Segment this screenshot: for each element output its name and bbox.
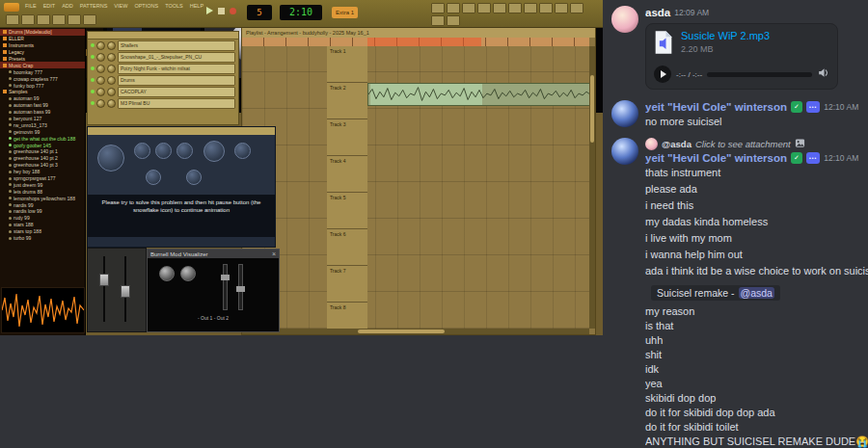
channel-row[interactable]: Snowshape_01_-_Strepulser_PN_CU [88, 51, 238, 63]
browser-item[interactable]: turbo 99 [0, 235, 85, 242]
fl-playlist-window[interactable]: Playlist - Arrangement - buddyholly - 20… [241, 27, 596, 335]
user-mention[interactable]: @asda [739, 287, 774, 299]
channel-name[interactable]: CACOPLAY [118, 87, 235, 97]
track-header[interactable]: Track 7 [327, 266, 367, 303]
browser-item[interactable]: lets drums 88 [0, 188, 85, 195]
plugin-titlebar[interactable] [88, 127, 275, 135]
browser-item[interactable]: greenhouse 140 pt 3 [0, 162, 85, 169]
fl-menu-item[interactable]: ADD [62, 3, 73, 9]
viz-knob[interactable] [180, 266, 196, 281]
playlist-hscrollbar[interactable] [242, 329, 589, 334]
browser-item[interactable]: Legacy [0, 49, 85, 56]
fl-menu-item[interactable]: FILE [25, 3, 37, 9]
plugin-knob[interactable] [234, 143, 251, 159]
playlist-vscrollbar[interactable] [589, 46, 595, 329]
volume-knob[interactable] [107, 41, 116, 50]
fl-toolbar-buttons-left[interactable] [6, 14, 96, 25]
browser-item[interactable]: Drums [Modelaudio] [0, 29, 85, 36]
channel-name[interactable]: Poizy Night Funk - witchin milsat [118, 64, 235, 74]
pan-knob[interactable] [96, 53, 105, 62]
audio-player[interactable]: -:-- / -:-- [654, 66, 829, 83]
play-button[interactable] [654, 66, 671, 83]
attachment-filename[interactable]: Susicle WiP 2.mp3 [681, 30, 770, 42]
time-selection[interactable] [367, 38, 481, 46]
channel-row[interactable]: M3 Plimal BU [88, 97, 238, 109]
channel-row[interactable]: CACOPLAY [88, 86, 238, 97]
track-header[interactable]: Track 4 [327, 156, 367, 193]
fl-plugin-window[interactable]: Please try to solve this problem and the… [87, 126, 276, 248]
plugin-knob[interactable] [203, 141, 225, 162]
browser-item[interactable]: Music Crap [0, 62, 85, 68]
visualizer-titlebar[interactable]: Burnell Mod Visualizer × [148, 250, 279, 258]
channel-mute-led[interactable] [91, 101, 95, 105]
plugin-knob[interactable] [97, 145, 124, 171]
author-name[interactable]: yeit "Hevil Cole" winterson [645, 101, 787, 113]
fl-menu-item[interactable]: VIEW [114, 3, 127, 9]
channel-name[interactable]: Snowshape_01_-_Strepulser_PN_CU [118, 52, 235, 63]
volume-knob[interactable] [107, 88, 116, 96]
browser-item[interactable]: automan bass 99 [0, 109, 85, 116]
avatar[interactable] [611, 6, 638, 33]
browser-item[interactable]: just dreem 99 [0, 181, 85, 188]
browser-item[interactable]: get the what out the club 188 [0, 135, 85, 142]
browser-item[interactable]: greenhouse 140 pt 1 [0, 148, 85, 155]
track-header[interactable]: Track 2 [327, 83, 367, 119]
fl-visualizer-window[interactable]: Burnell Mod Visualizer × - Out 1 - Out 2 [147, 249, 280, 332]
author-name[interactable]: yeit "Hevil Cole" winterson [645, 152, 787, 164]
viz-slider[interactable] [223, 264, 228, 310]
author-name[interactable]: asda [645, 7, 670, 18]
browser-item[interactable]: Instruments [0, 42, 85, 49]
play-icon[interactable] [206, 7, 213, 14]
track-header[interactable]: Track 1 [327, 46, 367, 83]
close-icon[interactable]: × [272, 250, 276, 257]
pan-knob[interactable] [96, 65, 105, 73]
fl-transport-controls[interactable] [206, 7, 236, 14]
stop-icon[interactable] [218, 8, 225, 14]
mixer-fader[interactable] [99, 256, 109, 322]
mixer-fader[interactable] [121, 256, 130, 322]
fl-browser-panel[interactable]: Drums [Modelaudio] ELLER Instruments [0, 27, 86, 335]
browser-item[interactable]: stars 188 [0, 222, 85, 228]
track-header[interactable]: Track 6 [327, 229, 367, 266]
browser-item[interactable]: stars top 188 [0, 228, 85, 235]
fl-menu-item[interactable]: PATTERNS [80, 3, 108, 9]
fl-menu-item[interactable]: OPTIONS [134, 3, 158, 9]
browser-item[interactable]: greenhouse 140 pt 2 [0, 155, 85, 162]
browser-item[interactable]: sprngcrpsrgswt 177 [0, 175, 85, 182]
browser-item[interactable]: lemonshops yellowchsm 188 [0, 195, 85, 201]
fl-menu-item[interactable]: HELP [190, 3, 203, 9]
browser-item[interactable]: funky bop 777 [0, 82, 85, 89]
channel-row[interactable]: Poizy Night Funk - witchin milsat [88, 63, 238, 74]
pan-knob[interactable] [96, 41, 105, 50]
fl-menu-item[interactable]: EDIT [43, 3, 56, 9]
plugin-knob[interactable] [146, 170, 161, 185]
audio-clip[interactable] [367, 83, 591, 106]
browser-item[interactable]: Samples [0, 89, 85, 95]
fl-channel-rack[interactable]: Shallers Snowshape_01_-_Strepulser_PN_CU [87, 31, 239, 125]
browser-item[interactable]: nardis low 99 [0, 208, 85, 215]
volume-knob[interactable] [107, 99, 116, 108]
plugin-knob[interactable] [176, 143, 193, 159]
channel-row[interactable]: Shallers [88, 40, 238, 51]
flstudio-screenshare[interactable]: FILEEDITADDPATTERNSVIEWOPTIONSTOOLSHELP … [0, 0, 603, 335]
volume-icon[interactable] [817, 66, 829, 83]
pan-knob[interactable] [96, 99, 105, 108]
channel-mute-led[interactable] [91, 43, 95, 47]
volume-knob[interactable] [107, 65, 116, 73]
channel-rack-titlebar[interactable] [88, 32, 238, 40]
player-progress-bar[interactable] [707, 72, 812, 77]
browser-item[interactable]: getmovin 99 [0, 128, 85, 135]
fl-extra-chip[interactable]: Extra 1 [332, 7, 358, 18]
browser-item[interactable]: ELLER [0, 36, 85, 42]
track-header[interactable]: Track 8 [327, 303, 367, 329]
browser-item[interactable]: crowap crapless 777 [0, 75, 85, 82]
browser-item[interactable]: boomkay 777 [0, 68, 85, 75]
channel-name[interactable]: Drums [118, 75, 235, 86]
channel-row[interactable]: Drums [88, 74, 238, 86]
browser-item[interactable]: automan fast 99 [0, 102, 85, 109]
avatar[interactable] [611, 138, 638, 165]
channel-name[interactable]: Shallers [118, 40, 235, 51]
audio-attachment-card[interactable]: Susicle WiP 2.mp3 2.20 MB -:-- / -:-- [645, 23, 838, 90]
browser-item[interactable]: Presets [0, 56, 85, 63]
record-icon[interactable] [230, 8, 236, 14]
